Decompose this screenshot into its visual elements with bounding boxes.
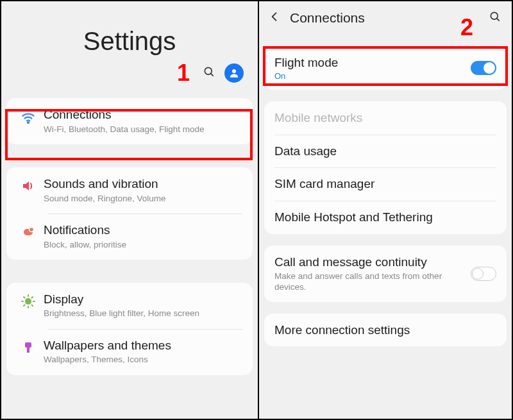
- svg-line-18: [497, 19, 500, 21]
- connections-screen: Connections 2 Flight mode On Mobile netw…: [259, 1, 512, 419]
- search-icon[interactable]: [489, 10, 501, 26]
- settings-item-desc: Sound mode, Ringtone, Volume: [44, 193, 242, 205]
- settings-item-label: Wallpapers and themes: [44, 338, 242, 354]
- back-button[interactable]: [268, 10, 281, 26]
- settings-item-label: Sounds and vibration: [44, 176, 242, 192]
- flight-mode-toggle[interactable]: [471, 61, 496, 75]
- connections-card-continuity: Call and message continuity Make and ans…: [264, 246, 507, 302]
- annotation-step-2: 2: [460, 14, 473, 41]
- settings-item-label: Notifications: [44, 223, 242, 239]
- svg-line-11: [24, 297, 25, 298]
- connections-item-mobile-networks: Mobile networks: [264, 101, 507, 135]
- sound-icon: [13, 176, 44, 194]
- row-label: SIM card manager: [274, 176, 496, 192]
- svg-rect-15: [25, 342, 31, 348]
- row-label: More connection settings: [274, 323, 496, 338]
- connections-card-networks: Mobile networks Data usage SIM card mana…: [264, 101, 507, 234]
- svg-line-12: [32, 305, 33, 306]
- row-label: Mobile Hotspot and Tethering: [274, 210, 496, 225]
- svg-point-0: [205, 67, 212, 74]
- page-title: Settings: [14, 27, 245, 56]
- settings-item-sounds[interactable]: Sounds and vibration Sound mode, Rington…: [6, 167, 253, 214]
- connections-item-sim-manager[interactable]: SIM card manager: [264, 167, 507, 201]
- settings-item-display[interactable]: Display Brightness, Blue light filter, H…: [6, 283, 253, 329]
- row-desc: Make and answer calls and texts from oth…: [274, 271, 471, 293]
- svg-line-13: [24, 305, 25, 306]
- settings-item-label: Display: [44, 292, 242, 308]
- svg-line-1: [211, 74, 214, 76]
- svg-point-2: [232, 69, 236, 73]
- settings-item-desc: Block, allow, prioritise: [44, 239, 242, 251]
- connections-card-more: More connection settings: [264, 314, 507, 347]
- settings-item-connections[interactable]: Connections Wi-Fi, Bluetooth, Data usage…: [6, 98, 253, 144]
- continuity-toggle[interactable]: [471, 267, 496, 281]
- settings-screen: Settings 1 Connections Wi-Fi, Bluetooth,: [1, 1, 259, 419]
- settings-item-desc: Wallpapers, Themes, Icons: [44, 354, 242, 365]
- svg-line-14: [32, 297, 33, 298]
- svg-point-6: [25, 298, 31, 305]
- connections-item-continuity[interactable]: Call and message continuity Make and ans…: [264, 246, 507, 302]
- svg-point-3: [28, 122, 29, 123]
- row-label: Flight mode: [274, 55, 471, 71]
- profile-avatar[interactable]: [224, 63, 244, 83]
- settings-item-desc: Wi-Fi, Bluetooth, Data usage, Flight mod…: [44, 124, 242, 135]
- svg-rect-16: [27, 348, 29, 353]
- connections-item-more[interactable]: More connection settings: [264, 314, 507, 347]
- connections-card-flight: Flight mode On: [264, 46, 507, 90]
- display-icon: [13, 292, 44, 309]
- row-label: Data usage: [274, 144, 496, 159]
- settings-item-notifications[interactable]: Notifications Block, allow, prioritise: [6, 214, 253, 260]
- connections-item-data-usage[interactable]: Data usage: [264, 135, 507, 168]
- settings-group-3: Display Brightness, Blue light filter, H…: [6, 283, 253, 375]
- wifi-icon: [13, 107, 44, 126]
- notifications-icon: [13, 223, 44, 240]
- search-icon[interactable]: [203, 65, 215, 81]
- connections-item-flight-mode[interactable]: Flight mode On: [264, 46, 507, 90]
- row-label: Mobile networks: [274, 110, 496, 126]
- settings-group-1: Connections Wi-Fi, Bluetooth, Data usage…: [6, 98, 253, 144]
- settings-item-label: Connections: [44, 107, 242, 123]
- page-title: Connections: [290, 10, 480, 26]
- settings-item-desc: Brightness, Blue light filter, Home scre…: [44, 308, 242, 319]
- connections-item-hotspot[interactable]: Mobile Hotspot and Tethering: [264, 201, 507, 234]
- row-status: On: [274, 71, 471, 81]
- settings-group-2: Sounds and vibration Sound mode, Rington…: [6, 167, 253, 260]
- annotation-step-1: 1: [177, 60, 190, 87]
- settings-item-wallpapers[interactable]: Wallpapers and themes Wallpapers, Themes…: [6, 329, 253, 375]
- wallpaper-icon: [13, 338, 44, 355]
- connections-header: Connections: [259, 1, 512, 35]
- settings-hero: Settings 1: [1, 1, 258, 75]
- svg-point-5: [29, 227, 34, 231]
- row-label: Call and message continuity: [274, 255, 471, 270]
- svg-point-17: [491, 12, 498, 19]
